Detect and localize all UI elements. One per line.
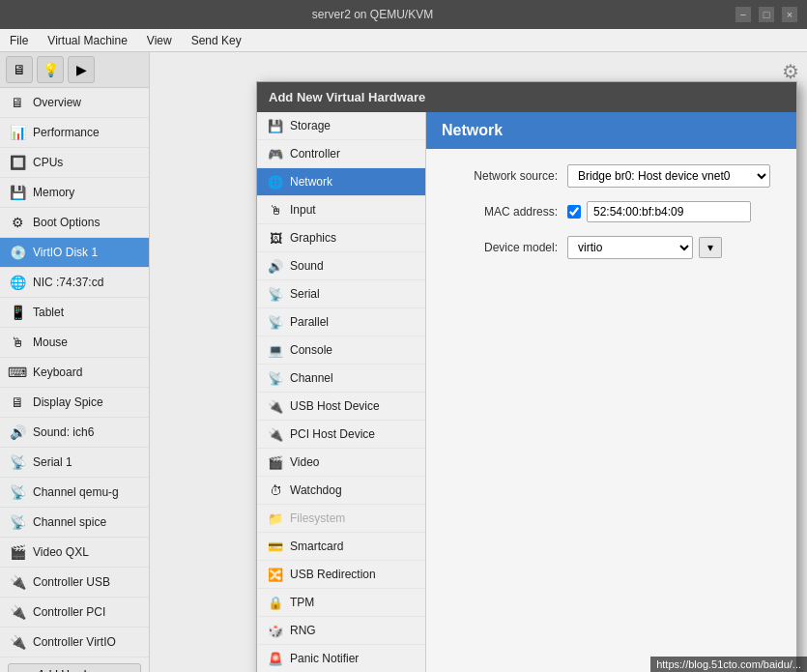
config-content: Network source: Bridge br0: Host device …: [426, 149, 796, 672]
sidebar-item-tablet[interactable]: 📱Tablet: [0, 298, 149, 328]
hw-label-serial: Serial: [290, 287, 320, 301]
menubar: FileVirtual MachineViewSend Key: [0, 29, 807, 52]
sidebar-label-memory: Memory: [33, 186, 74, 199]
console-hw-icon: 💻: [267, 341, 284, 359]
mac-address-input[interactable]: [587, 201, 751, 222]
sidebar-item-overview[interactable]: 🖥Overview: [0, 88, 149, 118]
sidebar-item-performance[interactable]: 📊Performance: [0, 118, 149, 148]
app-body: 🖥 💡 ▶ 🖥Overview📊Performance🔲CPUs💾Memory⚙…: [0, 52, 807, 672]
mac-address-checkbox[interactable]: [567, 205, 581, 219]
sidebar-label-overview: Overview: [33, 96, 81, 109]
hw-item-panic[interactable]: 🚨Panic Notifier: [257, 645, 425, 672]
network-source-select[interactable]: Bridge br0: Host device vnet0 NAT Isolat…: [567, 164, 770, 188]
hw-item-console[interactable]: 💻Console: [257, 336, 425, 365]
overview-icon: 🖥: [8, 93, 27, 112]
hw-item-tpm[interactable]: 🔒TPM: [257, 589, 425, 617]
sidebar-item-controller-pci[interactable]: 🔌Controller PCI: [0, 598, 149, 628]
serial-icon: 📡: [8, 453, 27, 472]
watchdog-hw-icon: ⏱: [267, 482, 284, 499]
hw-item-rng[interactable]: 🎲RNG: [257, 617, 425, 645]
sidebar-label-performance: Performance: [33, 126, 100, 139]
sidebar-item-boot-options[interactable]: ⚙Boot Options: [0, 208, 149, 238]
usb-redir-hw-icon: 🔀: [267, 566, 284, 583]
controller-pci-icon: 🔌: [8, 602, 27, 622]
hw-item-serial[interactable]: 📡Serial: [257, 280, 425, 308]
mac-address-control: [567, 201, 781, 222]
hw-label-filesystem: Filesystem: [290, 511, 345, 525]
sidebar-item-controller-usb[interactable]: 🔌Controller USB: [0, 568, 149, 598]
hw-item-parallel[interactable]: 📡Parallel: [257, 308, 425, 336]
sidebar-item-virtio-disk[interactable]: 💿VirtIO Disk 1: [0, 238, 149, 268]
sidebar-item-video-qxl[interactable]: 🎬Video QXL: [0, 538, 149, 568]
channel-spice-icon: 📡: [8, 512, 27, 532]
hw-item-controller[interactable]: 🎮Controller: [257, 140, 425, 168]
sidebar-item-memory[interactable]: 💾Memory: [0, 178, 149, 208]
hw-label-usb-redir: USB Redirection: [290, 568, 376, 581]
sidebar-item-channel-spice[interactable]: 📡Channel spice: [0, 508, 149, 538]
hw-item-sound[interactable]: 🔊Sound: [257, 252, 425, 280]
nic-icon: 🌐: [8, 273, 27, 292]
menubar-item-virtual-machine[interactable]: Virtual Machine: [43, 32, 131, 49]
mac-address-label: MAC address:: [442, 205, 567, 219]
sidebar-label-nic: NIC :74:37:cd: [33, 276, 103, 289]
minimize-button[interactable]: −: [735, 7, 751, 22]
hw-item-filesystem: 📁Filesystem: [257, 505, 425, 533]
hw-item-video[interactable]: 🎬Video: [257, 449, 425, 477]
hw-item-graphics[interactable]: 🖼Graphics: [257, 224, 425, 252]
hw-item-usb-redir[interactable]: 🔀USB Redirection: [257, 561, 425, 589]
hw-label-parallel: Parallel: [290, 315, 329, 329]
hw-item-channel[interactable]: 📡Channel: [257, 365, 425, 393]
menubar-item-file[interactable]: File: [6, 32, 32, 49]
hw-label-sound: Sound: [290, 259, 324, 273]
hw-item-usb-host[interactable]: 🔌USB Host Device: [257, 393, 425, 421]
menubar-item-send-key[interactable]: Send Key: [187, 32, 245, 49]
network-hw-icon: 🌐: [267, 173, 284, 190]
hw-label-rng: RNG: [290, 624, 316, 637]
sidebar-label-controller-pci: Controller PCI: [33, 605, 105, 619]
hw-item-storage[interactable]: 💾Storage: [257, 112, 425, 140]
sidebar-item-display-spice[interactable]: 🖥Display Spice: [0, 388, 149, 418]
add-hardware-button[interactable]: Add Hardware: [8, 663, 141, 672]
device-model-dropdown-btn[interactable]: ▾: [699, 237, 722, 258]
sidebar-item-mouse[interactable]: 🖱Mouse: [0, 328, 149, 358]
menubar-item-view[interactable]: View: [143, 32, 176, 49]
sidebar-item-keyboard[interactable]: ⌨Keyboard: [0, 358, 149, 388]
usb-host-hw-icon: 🔌: [267, 397, 284, 415]
hw-item-input[interactable]: 🖱Input: [257, 196, 425, 224]
hw-label-tpm: TPM: [290, 596, 314, 609]
hw-item-smartcard[interactable]: 💳Smartcard: [257, 533, 425, 561]
dialog-body: 💾Storage🎮Controller🌐Network🖱Input🖼Graphi…: [257, 112, 796, 672]
sidebar-item-serial[interactable]: 📡Serial 1: [0, 448, 149, 478]
sidebar-item-cpus[interactable]: 🔲CPUs: [0, 148, 149, 178]
sidebar-label-cpus: CPUs: [33, 156, 63, 169]
toolbar-bulb-btn[interactable]: 💡: [37, 56, 64, 83]
video-hw-icon: 🎬: [267, 453, 284, 471]
hw-label-watchdog: Watchdog: [290, 483, 342, 497]
sidebar-label-controller-virtio: Controller VirtIO: [33, 635, 116, 649]
sidebar-item-channel-qemu[interactable]: 📡Channel qemu-g: [0, 478, 149, 508]
gear-icon: ⚙: [782, 60, 799, 83]
hw-label-console: Console: [290, 343, 332, 357]
hw-label-smartcard: Smartcard: [290, 540, 343, 553]
hw-item-pci-host[interactable]: 🔌PCI Host Device: [257, 421, 425, 449]
sidebar-item-controller-virtio[interactable]: 🔌Controller VirtIO: [0, 628, 149, 657]
hw-item-network[interactable]: 🌐Network: [257, 168, 425, 196]
close-button[interactable]: ×: [782, 7, 797, 22]
device-model-select[interactable]: virtio e1000 rtl8139: [567, 236, 693, 259]
serial-hw-icon: 📡: [267, 285, 284, 303]
hw-item-watchdog[interactable]: ⏱Watchdog: [257, 477, 425, 505]
config-panel: Network Network source: Bridge br0: Host…: [426, 112, 796, 672]
maximize-button[interactable]: □: [759, 7, 774, 22]
virtio-disk-icon: 💿: [8, 243, 27, 262]
graphics-hw-icon: 🖼: [267, 229, 284, 247]
toolbar-play-btn[interactable]: ▶: [68, 56, 95, 83]
sidebar-item-nic[interactable]: 🌐NIC :74:37:cd: [0, 268, 149, 298]
sidebar-toolbar: 🖥 💡 ▶: [0, 52, 149, 88]
sidebar-label-boot-options: Boot Options: [33, 216, 100, 229]
sidebar-label-controller-usb: Controller USB: [33, 575, 110, 589]
filesystem-hw-icon: 📁: [267, 510, 284, 527]
sidebar-items: 🖥Overview📊Performance🔲CPUs💾Memory⚙Boot O…: [0, 88, 149, 657]
keyboard-icon: ⌨: [8, 363, 27, 382]
sidebar-item-sound[interactable]: 🔊Sound: ich6: [0, 418, 149, 448]
toolbar-screen-btn[interactable]: 🖥: [6, 56, 33, 83]
